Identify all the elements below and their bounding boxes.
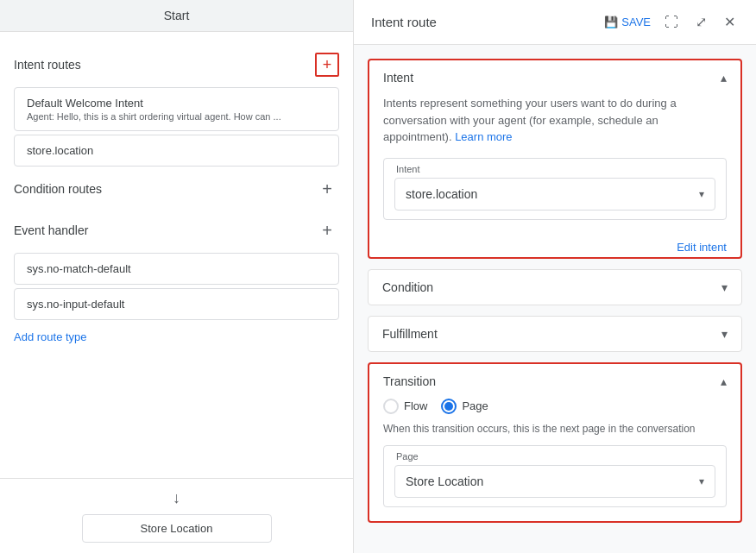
flow-start-header: Start <box>0 0 353 32</box>
fullscreen-button[interactable]: ⛶ <box>661 11 682 34</box>
intent-field-wrapper: Intent store.location ▾ <box>383 158 727 220</box>
default-welcome-intent-item[interactable]: Default Welcome Intent Agent: Hello, thi… <box>14 87 339 131</box>
condition-routes-section-header: Condition routes + <box>0 170 353 208</box>
no-match-label: sys.no-match-default <box>27 262 326 275</box>
intent-select[interactable]: store.location ▾ <box>394 178 715 211</box>
arrow-down-icon: ↓ <box>173 489 180 507</box>
store-location-intent-item[interactable]: store.location <box>14 135 339 167</box>
intent-routes-label: Intent routes <box>14 58 81 72</box>
store-location-page-button[interactable]: Store Location <box>82 514 272 543</box>
intent-description: Intents represent something your users w… <box>383 95 727 146</box>
page-field-wrapper: Page Store Location ▾ <box>383 445 727 507</box>
flow-radio-label: Flow <box>404 399 427 412</box>
fulfillment-section-title: Fulfillment <box>382 327 438 341</box>
page-radio-label: Page <box>462 399 488 412</box>
right-content: Intent Intents represent something your … <box>354 45 756 537</box>
add-event-handler-button[interactable]: + <box>315 218 339 242</box>
intent-field-label: Intent <box>394 164 715 174</box>
no-match-default-item[interactable]: sys.no-match-default <box>14 253 339 285</box>
fulfillment-chevron-down-icon <box>721 327 728 341</box>
intent-routes-section-header: Intent routes + <box>0 46 353 84</box>
condition-chevron-down-icon <box>721 280 728 294</box>
left-panel: Start Intent routes + Default Welcome In… <box>0 0 354 553</box>
save-label: SAVE <box>621 16 651 28</box>
add-intent-route-button[interactable]: + <box>315 53 339 77</box>
flow-radio-circle <box>383 399 399 414</box>
page-select[interactable]: Store Location ▾ <box>394 465 715 498</box>
close-button[interactable]: ✕ <box>721 10 739 34</box>
learn-more-link[interactable]: Learn more <box>455 130 512 143</box>
page-select-chevron-icon: ▾ <box>699 475 704 487</box>
intent-card-header[interactable]: Intent <box>369 60 740 95</box>
page-radio-dot <box>444 402 453 411</box>
add-condition-route-button[interactable]: + <box>315 177 339 201</box>
transition-card-header[interactable]: Transition <box>369 364 740 399</box>
intent-select-chevron-icon: ▾ <box>699 188 704 200</box>
intent-route-title: Intent route <box>371 15 437 29</box>
condition-routes-label: Condition routes <box>14 182 102 196</box>
page-field-label: Page <box>394 451 715 462</box>
condition-section-title: Condition <box>382 280 433 294</box>
right-panel: Intent route 💾 SAVE ⛶ ⤢ ✕ Intent Intents… <box>354 0 756 553</box>
no-input-label: sys.no-input-default <box>27 298 326 311</box>
edit-intent-button[interactable]: Edit intent <box>677 241 727 254</box>
transition-radio-group: Flow Page <box>383 399 727 414</box>
right-panel-header: Intent route 💾 SAVE ⛶ ⤢ ✕ <box>354 0 756 45</box>
left-content: Intent routes + Default Welcome Intent A… <box>0 32 353 478</box>
fulfillment-card-header[interactable]: Fulfillment <box>369 317 741 351</box>
resize-button[interactable]: ⤢ <box>692 10 710 34</box>
transition-card-body: Flow Page When this transition occurs, t… <box>369 399 740 521</box>
default-welcome-intent-label: Default Welcome Intent <box>27 97 326 110</box>
save-button[interactable]: 💾 SAVE <box>604 16 651 28</box>
add-route-type-button[interactable]: Add route type <box>0 324 101 350</box>
condition-card: Condition <box>368 269 742 305</box>
flow-radio-option[interactable]: Flow <box>383 399 427 414</box>
event-handler-label: Event handler <box>14 223 88 237</box>
page-selected-value: Store Location <box>406 474 483 488</box>
default-welcome-intent-sub: Agent: Hello, this is a shirt ordering v… <box>27 111 326 122</box>
event-handler-section-header: Event handler + <box>0 211 353 249</box>
fulfillment-card: Fulfillment <box>368 316 742 352</box>
store-location-intent-label: store.location <box>27 144 326 157</box>
intent-section-title: Intent <box>383 71 413 85</box>
intent-card-body: Intents represent something your users w… <box>369 95 740 234</box>
transition-section-title: Transition <box>383 374 436 388</box>
left-bottom: ↓ Store Location <box>0 478 353 553</box>
save-disk-icon: 💾 <box>604 16 618 28</box>
transition-description: When this transition occurs, this is the… <box>383 423 727 435</box>
transition-chevron-up-icon <box>721 374 727 388</box>
intent-card: Intent Intents represent something your … <box>368 59 742 259</box>
edit-intent-link-container: Edit intent <box>369 234 740 257</box>
no-input-default-item[interactable]: sys.no-input-default <box>14 288 339 320</box>
header-actions: 💾 SAVE ⛶ ⤢ ✕ <box>604 10 739 34</box>
condition-card-header[interactable]: Condition <box>369 270 741 305</box>
intent-selected-value: store.location <box>406 187 477 201</box>
page-radio-option[interactable]: Page <box>441 399 488 414</box>
transition-card: Transition Flow Page When thi <box>368 362 742 523</box>
intent-chevron-up-icon <box>721 71 727 85</box>
page-radio-circle <box>441 399 457 414</box>
